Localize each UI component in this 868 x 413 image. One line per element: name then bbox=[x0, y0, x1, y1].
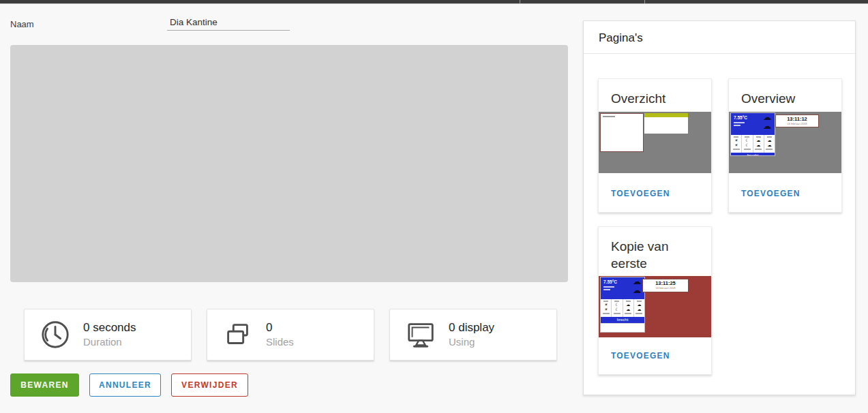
name-label: Naam bbox=[10, 19, 34, 29]
pages-panel: Pagina's Overzicht TOEVOEGEN Overview 7.… bbox=[583, 20, 856, 395]
top-toolbar bbox=[0, 0, 868, 4]
pages-panel-title: Pagina's bbox=[584, 21, 855, 54]
clock-date: 16 februari 2018 bbox=[776, 122, 818, 126]
weather-location: brecht bbox=[731, 153, 775, 156]
display-card: 0 display Using bbox=[389, 309, 557, 361]
cloud-icon: ☁ bbox=[753, 138, 764, 143]
add-page-link[interactable]: TOEVOEGEN bbox=[741, 189, 800, 198]
sun-icon: ☀ bbox=[731, 138, 741, 143]
delete-button[interactable]: VERWIJDER bbox=[171, 373, 248, 397]
cloud-icon: ☁ bbox=[753, 143, 764, 148]
cloud-icon: ☁ bbox=[623, 307, 633, 312]
page-thumbnail[interactable] bbox=[599, 112, 711, 173]
slide-editor-page: Naam 0 seconds Duration 0 Slides bbox=[0, 0, 868, 413]
weather-widget: 7.55°C ☁ ☁ ☀☀ ☾☾ ☁☁ ☁☁ brecht bbox=[730, 112, 775, 156]
page-card-kopie-van-eerste[interactable]: Kopie van eerste 7.55°C ☁ ☁ ☀☀ ☾☾ bbox=[598, 226, 712, 375]
save-button[interactable]: BEWAREN bbox=[10, 373, 79, 397]
page-thumbnail[interactable]: 7.55°C ☁ ☁ ☀☀ ☾☾ ☁☁ ☁☁ brecht bbox=[729, 112, 841, 173]
clock-date: 16 februari 2018 bbox=[643, 286, 688, 290]
duration-value: 0 seconds bbox=[83, 320, 136, 335]
thumb-text-box bbox=[600, 113, 644, 152]
cancel-button[interactable]: ANNULEER bbox=[89, 373, 161, 397]
clock-time: 13:11:12 bbox=[776, 116, 818, 122]
page-title: Overview bbox=[741, 90, 836, 107]
cloud-icon: ☁ bbox=[634, 303, 644, 307]
moon-icon: ☾ bbox=[612, 307, 622, 312]
slide-canvas[interactable] bbox=[10, 45, 568, 282]
weather-widget: 7.55°C ☁ ☁ ☀☀ ☾☾ ☁☁ ☁☁ brecht bbox=[600, 277, 645, 333]
sun-icon: ☀ bbox=[601, 303, 611, 307]
cloud-icon: ☁ bbox=[764, 138, 775, 143]
page-title: Overzicht bbox=[611, 90, 706, 107]
cloud-icon: ☁ ☁ bbox=[763, 113, 771, 131]
moon-icon: ☾ bbox=[742, 143, 752, 148]
page-card-overzicht[interactable]: Overzicht TOEVOEGEN bbox=[598, 78, 712, 213]
cloud-icon: ☁ ☁ bbox=[633, 277, 641, 295]
slides-card: 0 Slides bbox=[207, 309, 374, 361]
weather-temp: 7.55°C bbox=[734, 115, 747, 120]
moon-icon: ☾ bbox=[612, 303, 622, 307]
name-input[interactable] bbox=[167, 14, 290, 31]
add-page-link[interactable]: TOEVOEGEN bbox=[611, 351, 670, 361]
duration-card: 0 seconds Duration bbox=[24, 309, 192, 361]
cloud-icon: ☁ bbox=[634, 307, 644, 312]
thumb-banner-box bbox=[644, 113, 688, 134]
clock-widget: 13:11:25 16 februari 2018 bbox=[642, 279, 689, 292]
slides-label: Slides bbox=[266, 335, 294, 349]
cloud-icon: ☁ bbox=[623, 303, 633, 307]
forecast-grid: ☀☀ ☾☾ ☁☁ ☁☁ bbox=[601, 299, 644, 317]
sun-icon: ☀ bbox=[601, 307, 611, 312]
clock-icon bbox=[40, 319, 71, 350]
page-title: Kopie van eerste bbox=[611, 238, 706, 272]
clock-widget: 13:11:12 16 februari 2018 bbox=[775, 114, 819, 127]
display-label: Using bbox=[449, 335, 494, 349]
toolbar-divider bbox=[644, 0, 645, 3]
page-card-overview[interactable]: Overview 7.55°C ☁ ☁ ☀☀ ☾☾ bbox=[728, 78, 842, 213]
sun-icon: ☀ bbox=[731, 143, 741, 148]
slides-icon bbox=[222, 319, 254, 350]
page-thumbnail[interactable]: 7.55°C ☁ ☁ ☀☀ ☾☾ ☁☁ ☁☁ brecht bbox=[599, 276, 711, 337]
slides-value: 0 bbox=[266, 320, 294, 335]
add-page-link[interactable]: TOEVOEGEN bbox=[611, 189, 670, 198]
display-value: 0 display bbox=[449, 320, 494, 335]
clock-time: 13:11:25 bbox=[643, 280, 688, 286]
weather-temp: 7.55°C bbox=[603, 279, 617, 284]
display-icon bbox=[405, 319, 436, 350]
moon-icon: ☾ bbox=[742, 138, 752, 143]
forecast-grid: ☀☀ ☾☾ ☁☁ ☁☁ bbox=[731, 135, 775, 153]
cloud-icon: ☁ bbox=[764, 143, 775, 148]
duration-label: Duration bbox=[83, 335, 136, 349]
weather-location: brecht bbox=[601, 317, 644, 323]
toolbar-divider bbox=[520, 0, 520, 3]
